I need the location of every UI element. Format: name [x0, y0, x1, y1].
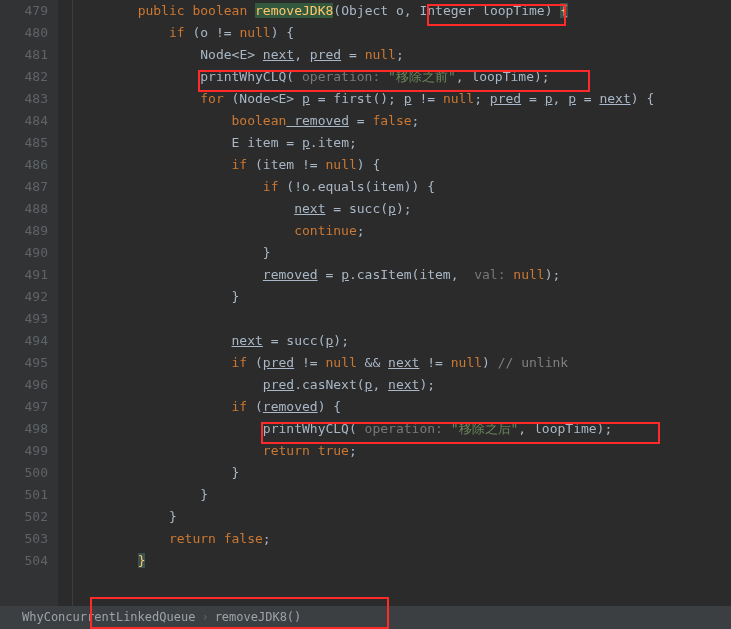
- line-number: 491: [0, 264, 48, 286]
- code-line[interactable]: if (o != null) {: [75, 22, 731, 44]
- method-name: removeJDK8: [255, 3, 333, 18]
- code-line[interactable]: if (removed) {: [75, 396, 731, 418]
- code-line[interactable]: }: [75, 506, 731, 528]
- code-line[interactable]: for (Node<E> p = first(); p != null; pre…: [75, 88, 731, 110]
- line-number: 503: [0, 528, 48, 550]
- code-line[interactable]: boolean removed = false;: [75, 110, 731, 132]
- line-number: 486: [0, 154, 48, 176]
- line-number: 490: [0, 242, 48, 264]
- line-number: 498: [0, 418, 48, 440]
- code-line[interactable]: next = succ(p);: [75, 330, 731, 352]
- breadcrumb[interactable]: WhyConcurrentLinkedQueue › removeJDK8(): [0, 606, 731, 629]
- line-number: 500: [0, 462, 48, 484]
- breadcrumb-method[interactable]: removeJDK8(): [215, 606, 302, 629]
- code-line[interactable]: }: [75, 484, 731, 506]
- code-line[interactable]: if (item != null) {: [75, 154, 731, 176]
- line-number: 480: [0, 22, 48, 44]
- code-line[interactable]: if (!o.equals(item)) {: [75, 176, 731, 198]
- code-line[interactable]: printWhyCLQ( operation: "移除之后", loopTime…: [75, 418, 731, 440]
- code-line[interactable]: public boolean removeJDK8(Object o, Inte…: [75, 0, 731, 22]
- code-line[interactable]: return true;: [75, 440, 731, 462]
- line-number: 492: [0, 286, 48, 308]
- line-number: 504: [0, 550, 48, 572]
- code-line[interactable]: }: [75, 550, 731, 572]
- line-number: 488: [0, 198, 48, 220]
- line-number: 479: [0, 0, 48, 22]
- code-line[interactable]: continue;: [75, 220, 731, 242]
- code-line[interactable]: E item = p.item;: [75, 132, 731, 154]
- code-line[interactable]: if (pred != null && next != null) // unl…: [75, 352, 731, 374]
- code-line[interactable]: next = succ(p);: [75, 198, 731, 220]
- code-area[interactable]: public boolean removeJDK8(Object o, Inte…: [73, 0, 731, 606]
- line-number: 489: [0, 220, 48, 242]
- line-number: 483: [0, 88, 48, 110]
- line-number: 499: [0, 440, 48, 462]
- chevron-right-icon: ›: [201, 606, 208, 629]
- line-number: 502: [0, 506, 48, 528]
- code-line[interactable]: return false;: [75, 528, 731, 550]
- code-line[interactable]: }: [75, 286, 731, 308]
- line-number: 496: [0, 374, 48, 396]
- line-number: 481: [0, 44, 48, 66]
- code-line[interactable]: }: [75, 462, 731, 484]
- line-number: 495: [0, 352, 48, 374]
- line-number: 487: [0, 176, 48, 198]
- code-line[interactable]: [75, 308, 731, 330]
- line-number: 482: [0, 66, 48, 88]
- code-line[interactable]: Node<E> next, pred = null;: [75, 44, 731, 66]
- line-number: 493: [0, 308, 48, 330]
- code-editor[interactable]: 4794804814824834844854864874884894904914…: [0, 0, 731, 606]
- line-number: 497: [0, 396, 48, 418]
- line-number: 494: [0, 330, 48, 352]
- code-line[interactable]: removed = p.casItem(item, val: null);: [75, 264, 731, 286]
- line-number: 484: [0, 110, 48, 132]
- line-number-gutter: 4794804814824834844854864874884894904914…: [0, 0, 58, 606]
- code-line[interactable]: pred.casNext(p, next);: [75, 374, 731, 396]
- line-number: 501: [0, 484, 48, 506]
- breadcrumb-class[interactable]: WhyConcurrentLinkedQueue: [22, 606, 195, 629]
- code-line[interactable]: }: [75, 242, 731, 264]
- line-number: 485: [0, 132, 48, 154]
- code-line[interactable]: printWhyCLQ( operation: "移除之前", loopTime…: [75, 66, 731, 88]
- fold-column: [58, 0, 73, 606]
